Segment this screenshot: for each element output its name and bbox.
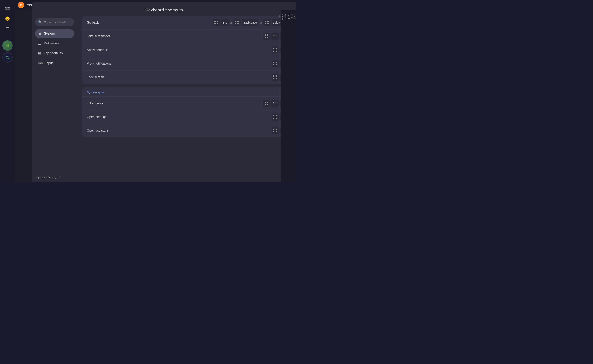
shortcut-row-lock: Lock screen L	[82, 70, 292, 84]
search-box[interactable]: 🔍 Search shortcuts	[35, 18, 74, 26]
shortcut-label-screenshot: Take screenshot	[87, 34, 110, 38]
keyboard-nav-icon: ⌨	[38, 61, 43, 65]
launcher-key-show	[271, 46, 279, 53]
key-backspace: Backspace	[242, 19, 258, 26]
taskbar-avatar-android[interactable]: ANDROID	[2, 52, 13, 63]
sidebar-item-system-label: System	[44, 32, 54, 35]
shortcut-label-settings: Open settings	[87, 115, 107, 119]
search-label: Search shortcuts	[44, 20, 67, 24]
grid-icon: ⊞	[38, 51, 41, 55]
shortcut-label-assistant: Open assistant	[87, 129, 108, 132]
section-system-apps: System apps Take a note Ctrl N	[82, 87, 292, 137]
shortcut-label-go-back: Go back	[87, 21, 99, 24]
content-area[interactable]: Go back Esc or Backspace or	[77, 16, 296, 182]
shortcut-row-notifications: View notifications N	[82, 57, 292, 70]
key-esc: Esc	[221, 19, 229, 26]
sep-or-2: or	[260, 21, 262, 24]
sidebar-item-app-shortcuts[interactable]: ⊞ App shortcuts	[35, 49, 74, 58]
shortcut-row-show-shortcuts: Show shortcuts /	[82, 43, 292, 57]
launcher-key-note	[263, 100, 270, 107]
emoji-icon[interactable]: 😊	[3, 14, 12, 23]
sidebar-item-system[interactable]: 🖥 System	[35, 29, 74, 38]
shortcuts-panel: Keyboard shortcuts 🔍 Search shortcuts 🖥 …	[32, 2, 296, 182]
launcher-key-assistant	[271, 127, 279, 134]
sep-or-1: or	[230, 21, 232, 24]
shortcut-row-go-back: Go back Esc or Backspace or	[82, 16, 292, 29]
section-system-top: Go back Esc or Backspace or	[82, 16, 292, 84]
shortcut-label-lock: Lock screen	[87, 75, 104, 79]
shortcut-label-take-note: Take a note	[87, 102, 103, 105]
launcher-key-2	[233, 19, 241, 26]
sidebar-item-app-shortcuts-label: App shortcuts	[43, 52, 63, 55]
menu-icon[interactable]: ☰	[3, 25, 12, 33]
avatar: M	[18, 2, 24, 8]
shortcut-label-show-shortcuts: Show shortcuts	[87, 48, 108, 52]
keyboard-settings-label: Keyboard Settings	[35, 176, 57, 179]
sidebar-item-multitasking[interactable]: ☰ Multitasking	[35, 39, 74, 48]
panel-title: Keyboard shortcuts	[32, 6, 296, 16]
sidebar-item-input[interactable]: ⌨ Input	[35, 58, 74, 68]
shortcut-row-settings: Open settings I	[82, 110, 292, 124]
keys-go-back: Esc or Backspace or Left arrow	[213, 19, 287, 26]
taskbar: ⌨ 😊 ☰ 🌿 ANDROID	[0, 0, 15, 182]
shortcut-label-notifications: View notifications	[87, 62, 111, 65]
keyboard-settings-link[interactable]: Keyboard Settings ↗	[35, 176, 61, 179]
shortcut-row-assistant: Open assistant A	[82, 124, 292, 137]
monitor-icon: 🖥	[38, 32, 42, 36]
key-ctrl-note: Ctrl	[271, 100, 279, 107]
launcher-key-notif	[271, 60, 279, 67]
launcher-key-1	[213, 19, 220, 26]
launcher-key-screenshot	[263, 33, 270, 40]
launcher-key-settings	[271, 113, 279, 121]
sidebar-item-input-label: Input	[46, 61, 53, 65]
key-ctrl-screenshot: Ctrl	[271, 33, 279, 40]
aside-content: tronicded tol intelm allugh ce the rers	[278, 14, 296, 20]
nav-sidebar: 🔍 Search shortcuts 🖥 System ☰ Multitaski…	[32, 16, 77, 182]
shortcut-row-screenshot: Take screenshot Ctrl S	[82, 29, 292, 43]
shortcut-row-take-note: Take a note Ctrl N	[82, 97, 292, 110]
search-icon: 🔍	[38, 20, 42, 24]
keyboard-icon[interactable]: ⌨	[3, 4, 12, 13]
section-header-system-apps: System apps	[82, 87, 292, 97]
right-aside: tronicded tol intelm allugh ce the rers	[281, 10, 296, 182]
sidebar-item-multitasking-label: Multitasking	[44, 42, 60, 45]
list-icon: ☰	[38, 41, 41, 46]
panel-body: 🔍 Search shortcuts 🖥 System ☰ Multitaski…	[32, 16, 296, 182]
launcher-key-lock	[271, 74, 279, 81]
taskbar-avatar-faithful[interactable]: 🌿	[2, 40, 13, 51]
external-link-icon: ↗	[59, 176, 61, 179]
panel-handle	[160, 4, 168, 4]
launcher-key-3	[263, 19, 270, 26]
